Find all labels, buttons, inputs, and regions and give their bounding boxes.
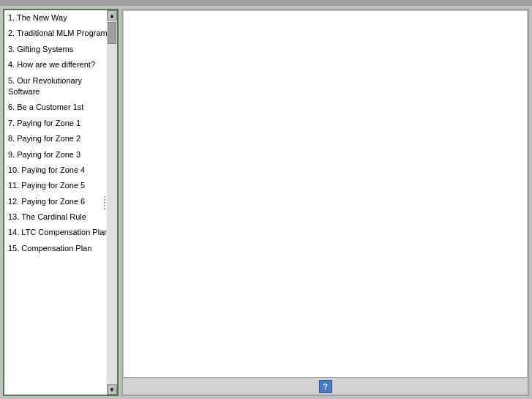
list-item[interactable]: 5. Our Revolutionary Software: [4, 73, 117, 100]
resize-dot: [104, 199, 105, 201]
list-item[interactable]: 7. Paying for Zone 1: [4, 116, 117, 131]
main-container: 1. The New Way2. Traditional MLM Program…: [0, 6, 532, 399]
list-item[interactable]: 14. LTC Compensation Plan: [4, 225, 117, 240]
right-panel: ?: [121, 9, 529, 396]
left-panel: 1. The New Way2. Traditional MLM Program…: [3, 9, 119, 396]
list-item[interactable]: 13. The Cardinal Rule: [4, 209, 117, 225]
scroll-track[interactable]: [107, 20, 117, 384]
scroll-up-button[interactable]: ▲: [107, 10, 117, 20]
list-items[interactable]: 1. The New Way2. Traditional MLM Program…: [4, 10, 117, 395]
help-button[interactable]: ?: [319, 380, 332, 393]
scroll-thumb[interactable]: [108, 22, 116, 44]
resize-dot: [104, 205, 105, 206]
list-item[interactable]: 3. Gifting Systems: [4, 42, 117, 57]
list-item[interactable]: 2. Traditional MLM Programs: [4, 26, 117, 41]
list-item[interactable]: 9. Paying for Zone 3: [4, 147, 117, 163]
resize-dot: [104, 202, 105, 204]
resize-dot: [104, 196, 105, 198]
resize-dot: [104, 208, 105, 209]
scroll-down-button[interactable]: ▼: [107, 384, 117, 395]
list-item[interactable]: 1. The New Way: [4, 10, 117, 26]
bottom-bar: ?: [123, 377, 528, 395]
scrollbar-area: ▲ ▼: [107, 10, 117, 395]
list-item[interactable]: 12. Paying for Zone 6: [4, 194, 117, 209]
content-area: [123, 10, 528, 380]
list-item[interactable]: 11. Paying for Zone 5: [4, 178, 117, 193]
list-container: 1. The New Way2. Traditional MLM Program…: [4, 10, 117, 395]
top-bar: [0, 0, 532, 6]
list-item[interactable]: 8. Paying for Zone 2: [4, 131, 117, 146]
list-item[interactable]: 4. How are we different?: [4, 57, 117, 72]
list-item[interactable]: 6. Be a Customer 1st: [4, 100, 117, 115]
list-item[interactable]: 15. Compensation Plan: [4, 241, 117, 256]
list-item[interactable]: 10. Paying for Zone 4: [4, 163, 117, 178]
